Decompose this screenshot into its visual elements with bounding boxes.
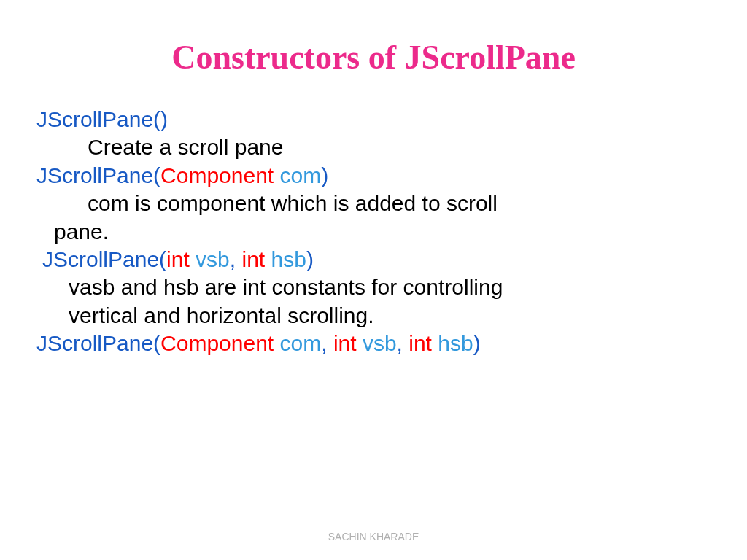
- constructor-2-signature: JScrollPane(Component com): [36, 162, 711, 190]
- param-type: int: [241, 247, 271, 271]
- slide-title: Constructors of JScrollPane: [0, 0, 747, 106]
- comma: ,: [230, 247, 242, 271]
- class-name: JScrollPane(: [42, 247, 166, 271]
- param-type: int: [409, 331, 438, 355]
- close-paren: ): [306, 247, 314, 271]
- constructor-3-description-line2: vertical and horizontal scrolling.: [36, 302, 711, 330]
- comma: ,: [321, 331, 333, 355]
- signature-text: JScrollPane(): [36, 107, 168, 131]
- constructor-3-description-line1: vasb and hsb are int constants for contr…: [36, 273, 711, 301]
- constructor-3-signature: JScrollPane(int vsb, int hsb): [36, 246, 711, 273]
- param-name: vsb: [363, 331, 397, 355]
- param-name: com: [280, 331, 322, 355]
- close-paren: ): [321, 163, 328, 187]
- param-type: Component: [160, 331, 279, 355]
- constructor-1-description: Create a scroll pane: [36, 133, 711, 161]
- constructor-1-signature: JScrollPane(): [36, 106, 711, 133]
- param-type: int: [333, 331, 363, 355]
- constructor-4-signature: JScrollPane(Component com, int vsb, int …: [36, 330, 711, 357]
- footer-author: SACHIN KHARADE: [0, 531, 747, 542]
- comma: ,: [397, 331, 409, 355]
- class-name: JScrollPane(: [36, 331, 160, 355]
- class-name: JScrollPane(: [36, 163, 160, 187]
- param-name: com: [280, 163, 322, 187]
- constructor-2-description-line2: pane.: [36, 218, 711, 246]
- param-name: hsb: [438, 331, 473, 355]
- slide-content: JScrollPane() Create a scroll pane JScro…: [0, 106, 747, 358]
- param-type: Component: [160, 163, 279, 187]
- param-type: int: [166, 247, 196, 271]
- constructor-2-description-line1: com is component which is added to scrol…: [36, 190, 711, 217]
- param-name: hsb: [271, 247, 306, 271]
- param-name: vsb: [196, 247, 230, 271]
- close-paren: ): [473, 331, 481, 355]
